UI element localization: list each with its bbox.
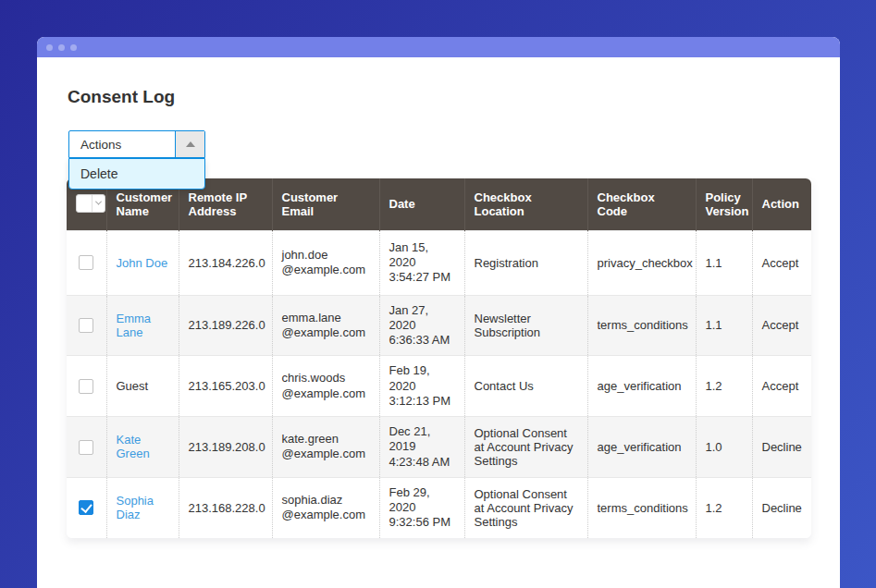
column-header-policy-version[interactable]: Policy Version: [696, 178, 752, 230]
remote-ip-cell: 213.184.226.0: [179, 230, 272, 295]
select-all-checkbox[interactable]: [77, 195, 92, 212]
email-domain: @example.com: [282, 508, 370, 522]
action-cell: Accept: [752, 230, 811, 295]
triangle-up-icon: [186, 141, 195, 147]
column-header-checkbox-location[interactable]: Checkbox Location: [464, 178, 587, 230]
customer-name-link[interactable]: Emma Lane: [117, 312, 152, 339]
policy-cell: 1.1: [696, 295, 752, 356]
email-cell: john.doe @example.com: [272, 230, 379, 295]
action-cell: Decline: [752, 477, 811, 537]
action-cell: Accept: [752, 295, 811, 356]
remote-ip-cell: 213.189.208.0: [179, 417, 272, 478]
email-user: john.doe: [282, 248, 370, 263]
consent-log-grid: Customer Name Remote IP Address Customer…: [67, 178, 811, 538]
policy-cell: 1.2: [696, 477, 752, 537]
location-cell: Optional Consent at Account Privacy Sett…: [464, 417, 587, 478]
time-part: 3:54:27 PM: [389, 270, 455, 285]
email-user: chris.woods: [282, 371, 370, 386]
actions-button-label: Actions: [69, 131, 175, 157]
select-all-dropdown[interactable]: [92, 195, 105, 212]
table-row: Guest 213.165.203.0 chris.woods @example…: [67, 356, 811, 417]
email-domain: @example.com: [282, 325, 370, 340]
column-header-action[interactable]: Action: [752, 178, 811, 230]
remote-ip-cell: 213.168.228.0: [179, 477, 272, 537]
location-cell: Optional Consent at Account Privacy Sett…: [464, 477, 587, 537]
email-cell: chris.woods @example.com: [272, 356, 379, 417]
page-title: Consent Log: [68, 87, 810, 107]
customer-name-link[interactable]: John Doe: [117, 256, 168, 270]
date-cell: Feb 29, 2020 9:32:56 PM: [379, 477, 464, 537]
row-checkbox[interactable]: [79, 440, 93, 455]
table-row: John Doe 213.184.226.0 john.doe @example…: [67, 230, 811, 295]
column-header-customer-email[interactable]: Customer Email: [272, 178, 379, 230]
customer-name-link[interactable]: Sophia Diaz: [117, 494, 154, 521]
date-part: Jan 27, 2020: [389, 303, 455, 334]
consent-log-table: Customer Name Remote IP Address Customer…: [67, 178, 811, 538]
menu-item-delete[interactable]: Delete: [69, 159, 204, 189]
row-checkbox[interactable]: [79, 318, 93, 333]
table-row: Emma Lane 213.189.226.0 emma.lane @examp…: [67, 295, 811, 356]
date-cell: Jan 27, 2020 6:36:33 AM: [379, 295, 464, 356]
code-cell: terms_conditions: [587, 477, 696, 537]
actions-menu: Delete: [68, 158, 205, 190]
window-dot-icon[interactable]: [46, 44, 53, 51]
email-user: sophia.diaz: [282, 493, 370, 508]
remote-ip-cell: 213.165.203.0: [179, 356, 272, 417]
location-cell: Registration: [464, 230, 587, 295]
time-part: 3:12:13 PM: [389, 394, 455, 409]
email-user: emma.lane: [282, 311, 370, 325]
time-part: 4:23:48 AM: [389, 455, 455, 470]
code-cell: age_verification: [587, 417, 696, 478]
email-user: kate.green: [282, 432, 370, 447]
customer-name-link[interactable]: Kate Green: [117, 433, 150, 460]
action-cell: Accept: [752, 356, 811, 417]
date-cell: Dec 21, 2019 4:23:48 AM: [379, 417, 464, 478]
date-part: Feb 19, 2020: [389, 363, 455, 394]
policy-cell: 1.2: [696, 356, 752, 417]
date-cell: Feb 19, 2020 3:12:13 PM: [379, 356, 464, 417]
code-cell: terms_conditions: [587, 295, 696, 356]
row-checkbox[interactable]: [79, 255, 93, 270]
table-row: Sophia Diaz 213.168.228.0 sophia.diaz @e…: [67, 477, 811, 537]
policy-cell: 1.1: [696, 230, 752, 295]
actions-arrow-segment[interactable]: [175, 131, 204, 157]
action-cell: Decline: [752, 417, 811, 478]
remote-ip-cell: 213.189.226.0: [179, 295, 272, 356]
code-cell: age_verification: [587, 356, 696, 417]
policy-cell: 1.0: [696, 417, 752, 478]
email-cell: sophia.diaz @example.com: [272, 477, 379, 537]
column-header-checkbox-code[interactable]: Checkbox Code: [587, 178, 696, 230]
date-part: Feb 29, 2020: [389, 485, 455, 516]
actions-button[interactable]: Actions: [68, 130, 205, 158]
location-cell: Newsletter Subscription: [464, 295, 587, 356]
actions-dropdown: Actions Delete: [68, 130, 205, 158]
window-dot-icon[interactable]: [58, 44, 65, 51]
customer-name-text: Guest: [106, 356, 179, 417]
app-window: Consent Log Actions Delete: [37, 37, 840, 588]
time-part: 6:36:33 AM: [389, 333, 455, 348]
select-all-control[interactable]: [76, 194, 105, 213]
table-row: Kate Green 213.189.208.0 kate.green @exa…: [67, 417, 811, 478]
row-checkbox[interactable]: [79, 500, 93, 515]
column-header-date[interactable]: Date: [379, 178, 464, 230]
row-checkbox[interactable]: [79, 379, 93, 394]
email-domain: @example.com: [282, 263, 370, 277]
date-cell: Jan 15, 2020 3:54:27 PM: [379, 230, 464, 295]
code-cell: privacy_checkbox: [587, 230, 696, 295]
location-cell: Contact Us: [464, 356, 587, 417]
email-domain: @example.com: [282, 386, 370, 401]
date-part: Dec 21, 2019: [389, 424, 455, 455]
email-domain: @example.com: [282, 447, 370, 461]
chevron-down-icon: [95, 199, 102, 205]
window-dot-icon[interactable]: [70, 44, 77, 51]
email-cell: emma.lane @example.com: [272, 295, 379, 356]
page-content: Consent Log Actions Delete: [37, 87, 840, 538]
date-part: Jan 15, 2020: [389, 240, 455, 271]
window-titlebar: [37, 37, 840, 57]
email-cell: kate.green @example.com: [272, 417, 379, 478]
time-part: 9:32:56 PM: [389, 515, 455, 530]
